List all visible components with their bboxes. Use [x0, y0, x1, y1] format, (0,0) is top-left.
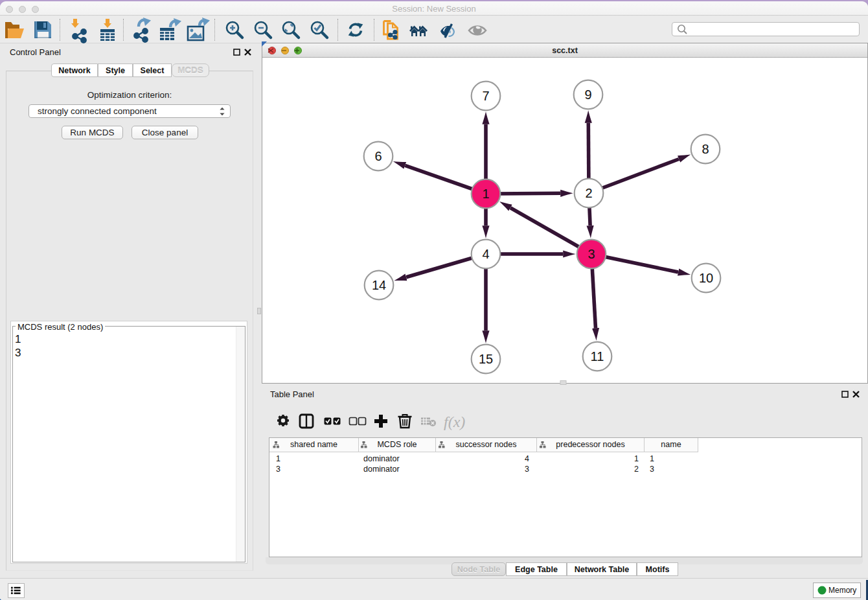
svg-text:4: 4	[482, 247, 489, 261]
svg-text:6: 6	[374, 149, 382, 163]
svg-text:1: 1	[482, 187, 489, 201]
svg-text:15: 15	[479, 352, 493, 366]
svg-text:f(x): f(x)	[444, 413, 465, 430]
svg-text:8: 8	[702, 142, 709, 156]
svg-text:9: 9	[584, 87, 591, 102]
svg-text:3: 3	[588, 247, 595, 261]
svg-text:14: 14	[372, 278, 386, 292]
svg-text:10: 10	[699, 271, 713, 285]
svg-text:2: 2	[585, 186, 592, 200]
svg-text:11: 11	[591, 349, 604, 363]
svg-text:7: 7	[482, 89, 489, 103]
